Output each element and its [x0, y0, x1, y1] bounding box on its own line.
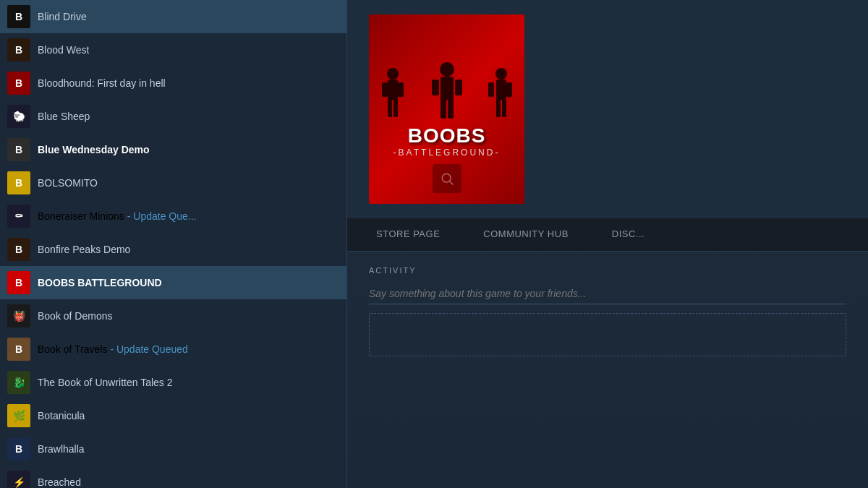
game-name-label: Book of Travels - Update Queued [38, 343, 188, 355]
tabs-bar: Store PageCommunity HubDisc... [347, 218, 868, 252]
game-name-label: Book of Demons [38, 310, 113, 322]
game-icon-book-demons: 👹 [7, 304, 30, 328]
svg-point-18 [442, 174, 451, 182]
cover-art-silhouettes [371, 61, 523, 133]
cover-search-icon [433, 164, 461, 193]
game-name-label: Botanicula [38, 410, 85, 421]
svg-rect-10 [496, 98, 501, 117]
svg-rect-17 [448, 98, 454, 119]
activity-section: ACTIVITY [347, 252, 868, 371]
game-name-label: Bonfire Peaks Demo [38, 244, 130, 255]
svg-point-0 [387, 68, 399, 80]
sidebar-item-book-unwritten[interactable]: 🐉The Book of Unwritten Tales 2 [0, 366, 346, 399]
sidebar-item-boneraiser[interactable]: ⚰Boneraiser Minions - Update Que... [0, 200, 346, 233]
game-icon-boneraiser: ⚰ [7, 205, 30, 228]
svg-rect-15 [455, 80, 462, 95]
game-icon-blue-wednesday: B [7, 138, 30, 161]
game-name-label: Bloodhound: First day in hell [38, 77, 166, 89]
svg-rect-2 [382, 82, 388, 97]
cover-game-title: BOOBS [393, 126, 501, 146]
sidebar-item-blind-drive[interactable]: BBlind Drive [0, 0, 346, 33]
svg-rect-16 [441, 98, 446, 119]
svg-rect-9 [506, 82, 512, 97]
svg-rect-1 [388, 80, 398, 100]
activity-drop-zone [369, 313, 846, 356]
svg-rect-4 [388, 98, 392, 117]
game-name-label: Brawlhalla [38, 443, 85, 455]
svg-rect-11 [502, 98, 506, 117]
game-icon-breached: ⚡ [7, 471, 30, 488]
game-icon-book-travels: B [7, 338, 30, 361]
svg-line-19 [449, 181, 453, 185]
game-icon-brawlhalla: B [7, 437, 30, 461]
sidebar-item-boobs[interactable]: BBOOBS BATTLEGROUND [0, 266, 346, 299]
game-icon-bloodhound: B [7, 72, 30, 95]
game-icon-book-unwritten: 🐉 [7, 371, 30, 394]
main-content: BOOBS -BATTLEGROUND- Store PageCommunity… [347, 0, 868, 488]
game-name-label: Blind Drive [38, 11, 87, 22]
sidebar-item-bolsomito[interactable]: BBOLSOMITO [0, 166, 346, 200]
svg-rect-14 [432, 80, 439, 95]
game-name-label: BOLSOMITO [38, 177, 98, 189]
game-name-label: BOOBS BATTLEGROUND [38, 277, 162, 288]
game-icon-botanicula: 🌿 [7, 404, 30, 427]
sidebar-item-book-travels[interactable]: BBook of Travels - Update Queued [0, 333, 346, 366]
svg-rect-8 [488, 82, 494, 97]
game-icon-bonfire: B [7, 238, 30, 261]
game-name-label: Boneraiser Minions - Update Que... [38, 210, 196, 222]
game-icon-blue-sheep: 🐑 [7, 105, 30, 128]
tab-community-hub[interactable]: Community Hub [461, 218, 590, 251]
game-header: BOOBS -BATTLEGROUND- [347, 0, 868, 218]
sidebar-item-blue-wednesday[interactable]: BBlue Wednesday Demo [0, 133, 346, 166]
sidebar-item-brawlhalla[interactable]: BBrawlhalla [0, 432, 346, 466]
sidebar-item-bonfire[interactable]: BBonfire Peaks Demo [0, 233, 346, 266]
game-icon-blind-drive: B [7, 5, 30, 28]
game-icon-boobs: B [7, 271, 30, 294]
game-cover: BOOBS -BATTLEGROUND- [369, 14, 524, 204]
game-library-sidebar: BBlind DriveBBlood WestBBloodhound: Firs… [0, 0, 347, 488]
svg-rect-7 [496, 80, 506, 100]
sidebar-item-blue-sheep[interactable]: 🐑Blue Sheep [0, 100, 346, 133]
tab-store-page[interactable]: Store Page [354, 218, 461, 251]
game-name-label: Blue Wednesday Demo [38, 144, 150, 155]
svg-rect-5 [393, 98, 398, 117]
game-name-label: Blue Sheep [38, 111, 90, 122]
sidebar-item-breached[interactable]: ⚡Breached [0, 466, 346, 488]
sidebar-item-book-demons[interactable]: 👹Book of Demons [0, 299, 346, 333]
svg-point-12 [440, 62, 454, 77]
game-name-label: Breached [38, 476, 81, 488]
svg-rect-13 [441, 77, 454, 100]
activity-label: ACTIVITY [369, 266, 846, 275]
cover-game-subtitle: -BATTLEGROUND- [393, 147, 501, 158]
svg-rect-3 [398, 82, 404, 97]
sidebar-item-bloodhound[interactable]: BBloodhound: First day in hell [0, 67, 346, 100]
sidebar-item-botanicula[interactable]: 🌿Botanicula [0, 399, 346, 432]
game-list: BBlind DriveBBlood WestBBloodhound: Firs… [0, 0, 346, 488]
game-icon-blood-west: B [7, 38, 30, 61]
svg-point-6 [495, 68, 507, 80]
sidebar-item-blood-west[interactable]: BBlood West [0, 33, 346, 67]
tab-discussions[interactable]: Disc... [590, 218, 666, 251]
activity-input[interactable] [369, 283, 846, 304]
game-name-label: Blood West [38, 44, 89, 56]
game-name-label: The Book of Unwritten Tales 2 [38, 377, 173, 388]
game-icon-bolsomito: B [7, 171, 30, 194]
